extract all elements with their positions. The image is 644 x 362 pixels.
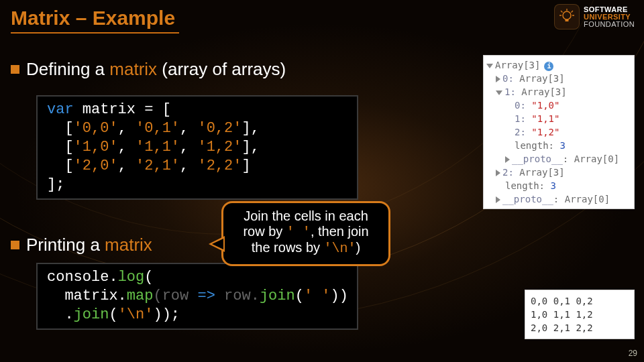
key: length: (505, 180, 550, 191)
text: ) (356, 240, 361, 255)
code: )); (153, 306, 180, 323)
idx: 2: (502, 167, 519, 178)
code: , (118, 139, 136, 156)
code: [ (47, 120, 74, 137)
kw: var (47, 101, 74, 118)
logo-line: UNIVERSITY (584, 13, 635, 21)
inspector-panel: Array[3]i 0: Array[3] 1: Array[3] 0: "1,… (483, 55, 635, 209)
text: , then join (311, 224, 369, 239)
bullet-text: Printing a matrix (26, 235, 152, 255)
output-line: 0,0 0,1 0,2 (531, 294, 629, 308)
output-panel: 0,0 0,1 0,2 1,0 1,1 1,2 2,0 2,1 2,2 (525, 290, 635, 339)
text: the rows by (252, 240, 324, 255)
disclosure-down-icon[interactable] (486, 64, 493, 68)
output-line: 1,0 1,1 1,2 (531, 308, 629, 321)
disclosure-down-icon[interactable] (496, 90, 502, 95)
key: length: (515, 140, 559, 151)
mono: '\n' (324, 241, 356, 256)
text: Defining a (26, 59, 109, 79)
code: , (118, 120, 136, 137)
lightbulb-icon (554, 4, 580, 29)
str: '2,2' (197, 158, 241, 174)
inspector-row: length: 3 (486, 179, 631, 192)
code: ] (241, 158, 250, 174)
key: __proto__ (502, 194, 553, 204)
bullet-defining: Defining a matrix (array of arrays) (11, 59, 286, 80)
idx: 1: (504, 86, 521, 97)
code: ( (295, 288, 304, 304)
op: => (197, 288, 215, 304)
str: '1,0' (74, 139, 118, 156)
fn: join (74, 306, 109, 323)
inspector-row: 0: "1,0" (486, 99, 631, 112)
disclosure-right-icon[interactable] (496, 170, 500, 176)
idx: 0: (502, 73, 519, 84)
fn: join (260, 288, 295, 304)
bullet-icon (11, 241, 19, 249)
str: '\n' (118, 306, 154, 323)
disclosure-right-icon[interactable] (496, 196, 500, 203)
type: : Array[0] (563, 154, 619, 164)
brand-logo: SOFTWARE UNIVERSITY FOUNDATION (554, 4, 635, 29)
code-block-print: console.log( matrix.map(row => row.join(… (36, 263, 358, 330)
inspector-row[interactable]: __proto__: Array[0] (486, 152, 631, 166)
str: '0,0' (74, 120, 118, 137)
type: Array[3] (519, 167, 564, 178)
str: '0,2' (197, 120, 241, 137)
callout-bubble: Join the cells in each row by ' ', then … (221, 201, 390, 266)
code: . (47, 306, 74, 323)
code: matrix = [ (74, 101, 171, 118)
val: 3 (559, 140, 565, 151)
code: console. (47, 269, 118, 286)
info-icon[interactable]: i (544, 62, 553, 71)
callout-line: Join the cells in each (231, 208, 380, 224)
type: Array[3] (519, 73, 564, 84)
code: , (180, 158, 197, 174)
code: ( (109, 306, 117, 323)
inspector-row: 2: "1,2" (486, 125, 631, 139)
slide-title: Matrix – Example (11, 7, 179, 34)
inspector-row[interactable]: 2: Array[3] (486, 166, 631, 179)
code: ]; (47, 176, 64, 193)
text: row by (243, 224, 286, 239)
val: "1,2" (531, 127, 559, 137)
code: [ (47, 158, 74, 174)
fn: map (127, 288, 154, 304)
speech-tail-icon (209, 236, 225, 252)
key: __proto__ (512, 154, 563, 164)
code: matrix. (47, 288, 127, 304)
disclosure-right-icon[interactable] (496, 76, 500, 82)
text: Printing a (26, 235, 105, 255)
str: '0,1' (136, 120, 180, 137)
inspector-row[interactable]: __proto__: Array[0] (486, 192, 631, 206)
inspector-row[interactable]: Array[3]i (486, 58, 631, 72)
fn: log (118, 269, 145, 286)
code: [ (47, 139, 74, 156)
type: Array[3] (521, 86, 566, 97)
code: , (180, 139, 197, 156)
type: : Array[0] (553, 194, 610, 204)
inspector-row: length: 3 (486, 139, 631, 152)
bullet-text: Defining a matrix (array of arrays) (26, 59, 286, 80)
svg-point-0 (563, 11, 571, 19)
output-line: 2,0 2,1 2,2 (531, 321, 629, 335)
val: 3 (550, 180, 555, 191)
val: "1,0" (531, 100, 559, 111)
idx: 0: (515, 100, 531, 111)
code: )) (331, 288, 348, 304)
bullet-printing: Printing a matrix (11, 235, 152, 255)
disclosure-right-icon[interactable] (505, 156, 510, 163)
inspector-row[interactable]: 1: Array[3] (486, 85, 631, 99)
code-block-define: var matrix = [ ['0,0', '0,1', '0,2'], ['… (36, 95, 358, 200)
inspector-row[interactable]: 0: Array[3] (486, 72, 631, 85)
callout-line: the rows by '\n') (231, 240, 380, 256)
svg-rect-1 (566, 19, 569, 21)
param: row. (215, 288, 260, 304)
code: , (180, 120, 197, 137)
str: '1,1' (136, 139, 180, 156)
keyword: matrix (109, 59, 157, 79)
str: '2,1' (136, 158, 180, 174)
code: ], (241, 139, 259, 156)
code: ( (144, 269, 153, 286)
bullet-icon (11, 65, 19, 74)
